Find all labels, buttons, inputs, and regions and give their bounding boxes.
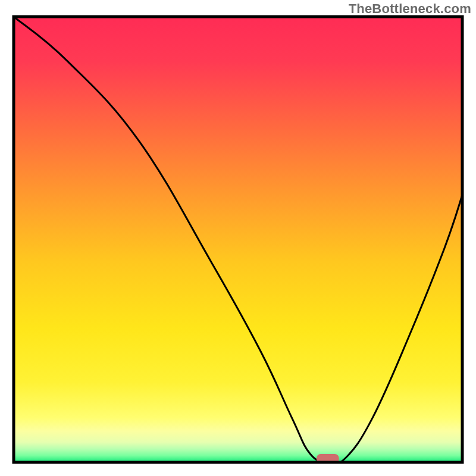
- watermark-text: TheBottleneck.com: [349, 1, 471, 17]
- plot-background: [14, 17, 462, 462]
- bottleneck-chart-svg: [0, 0, 476, 476]
- chart-container: TheBottleneck.com: [0, 0, 476, 476]
